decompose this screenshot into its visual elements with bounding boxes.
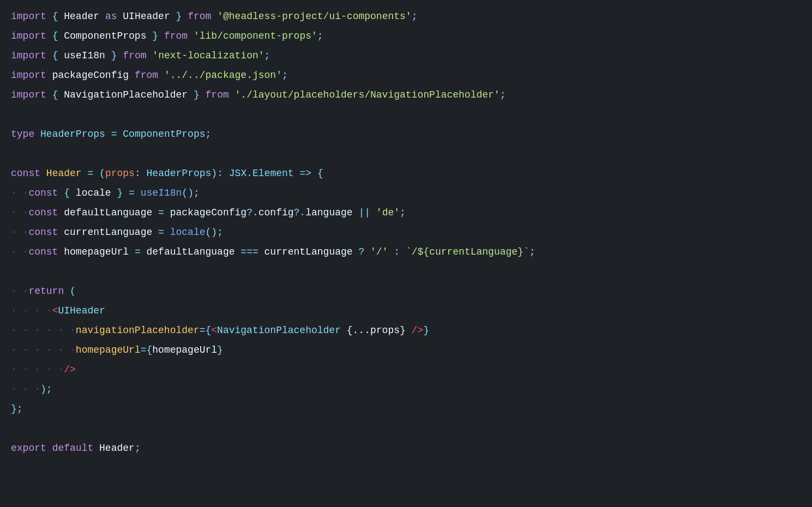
code-token: as: [105, 7, 117, 26]
code-token: {: [52, 46, 58, 65]
code-token: [46, 26, 52, 46]
code-token: Header: [46, 164, 82, 183]
code-line: · · · · · ·homepageUrl={homepageUrl}: [0, 340, 812, 360]
code-token: ===: [240, 242, 258, 262]
code-token: ): [211, 164, 217, 183]
code-token: }: [217, 340, 223, 360]
code-token: [258, 242, 264, 262]
code-token: useI18n: [64, 46, 105, 65]
code-line: · ·const homepageUrl = defaultLanguage =…: [0, 242, 812, 262]
code-token: [40, 164, 46, 183]
code-token: ComponentProps: [123, 124, 205, 144]
code-token: const: [28, 183, 58, 203]
code-token: [82, 164, 88, 183]
code-token: language: [305, 203, 352, 222]
code-line: · ·return (: [0, 281, 812, 301]
code-token: '/': [370, 242, 388, 262]
code-token: ;: [135, 438, 141, 458]
code-token: [141, 164, 147, 183]
code-token: [147, 46, 153, 65]
code-token: ;: [282, 65, 288, 85]
code-token: './layout/placeholders/NavigationPlaceho…: [235, 85, 500, 105]
code-token: [93, 164, 99, 183]
code-token: [364, 242, 370, 262]
code-token: (: [182, 183, 188, 203]
code-line: [0, 144, 812, 164]
code-line: · · · · · ·navigationPlaceholder={<Navig…: [0, 321, 812, 340]
code-token: UIHeader: [123, 7, 170, 26]
code-token: navigationPlaceholder: [76, 321, 200, 340]
code-token: import: [11, 46, 46, 65]
code-token: [158, 26, 164, 46]
code-token: return: [28, 281, 64, 301]
code-token: [164, 222, 170, 242]
code-token: :: [135, 164, 141, 183]
code-token: currentLanguage: [64, 222, 152, 242]
code-token: defaultLanguage: [147, 242, 235, 262]
code-token: useI18n: [141, 183, 182, 203]
code-token: {: [317, 164, 323, 183]
code-token: {...props}: [347, 321, 406, 340]
code-token: (: [99, 164, 105, 183]
code-token: [370, 203, 376, 222]
code-token: }: [111, 46, 117, 65]
code-token: =: [141, 340, 147, 360]
code-token: HeaderProps: [40, 124, 105, 144]
code-token: 'next-localization': [152, 46, 264, 65]
code-token: =: [200, 321, 206, 340]
code-token: [123, 183, 129, 203]
code-token: import: [11, 85, 46, 105]
code-token: [353, 203, 359, 222]
code-line: [0, 419, 812, 438]
code-token: [141, 242, 147, 262]
code-token: ): [188, 183, 194, 203]
code-token: ;: [530, 242, 536, 262]
code-token: [46, 85, 52, 105]
code-token: [400, 242, 406, 262]
code-token: }: [176, 7, 182, 26]
code-token: props: [105, 164, 135, 183]
code-token: [105, 46, 111, 65]
code-token: from: [135, 65, 158, 85]
code-token: from: [164, 26, 188, 46]
code-token: [182, 7, 188, 26]
code-token: =: [87, 164, 93, 183]
code-line: [0, 262, 812, 281]
code-token: .: [246, 164, 252, 183]
code-token: ;: [317, 26, 323, 46]
code-token: ;: [206, 124, 212, 144]
code-token: =: [158, 203, 164, 222]
code-editor: import { Header as UIHeader } from '@hea…: [0, 4, 812, 460]
code-token: {: [64, 183, 70, 203]
code-token: [34, 124, 40, 144]
code-token: {: [205, 321, 211, 340]
code-token: [211, 7, 217, 26]
code-token: packageConfig: [52, 65, 129, 85]
code-line: import { ComponentProps } from 'lib/comp…: [0, 26, 812, 46]
code-token: (: [70, 281, 76, 301]
code-token: [105, 124, 111, 144]
code-line: · ·const defaultLanguage = packageConfig…: [0, 203, 812, 222]
code-token: ): [211, 222, 217, 242]
code-token: [223, 164, 229, 183]
code-token: ;: [194, 183, 200, 203]
code-token: export: [11, 438, 46, 458]
code-token: · · · · ·: [11, 360, 64, 379]
code-token: :: [217, 164, 223, 183]
code-token: NavigationPlaceholder: [64, 85, 188, 105]
code-token: 'lib/component-props': [194, 26, 317, 46]
code-line: };: [0, 399, 812, 419]
code-token: [229, 85, 235, 105]
code-token: [294, 164, 300, 183]
code-token: from: [188, 7, 211, 26]
code-line: const Header = (props: HeaderProps): JSX…: [0, 164, 812, 183]
code-token: [93, 438, 99, 458]
code-token: `/${currentLanguage}`: [406, 242, 530, 262]
code-token: [58, 242, 64, 262]
code-token: [58, 85, 64, 105]
code-token: defaultLanguage: [64, 203, 152, 222]
code-token: />: [412, 321, 424, 340]
code-line: import { Header as UIHeader } from '@hea…: [0, 7, 812, 26]
code-token: '@headless-project/ui-components': [217, 7, 411, 26]
code-token: UIHeader: [58, 301, 105, 321]
